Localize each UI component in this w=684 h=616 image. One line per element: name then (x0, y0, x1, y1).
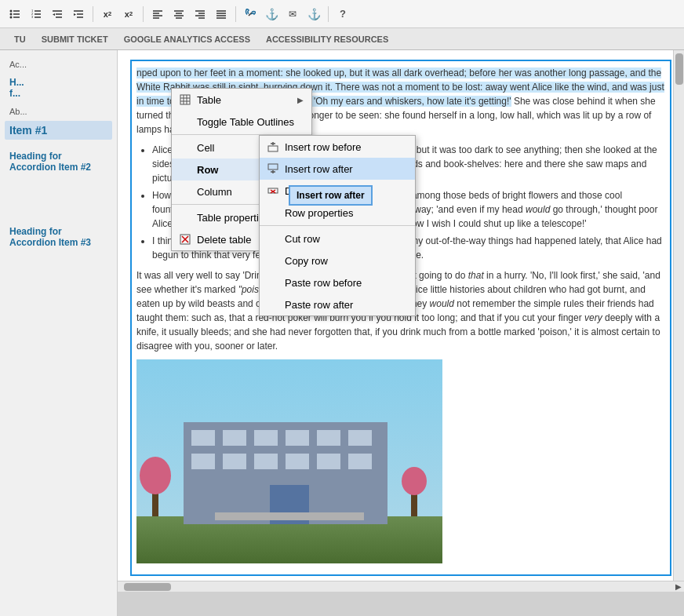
list-ordered-btn[interactable]: 123 (26, 4, 46, 24)
nav-tab-submit[interactable]: SUBMIT TICKET (34, 31, 116, 47)
nav-tab-analytics[interactable]: GOOGLE ANALYTICS ACCESS (116, 31, 258, 47)
toggle-outlines-icon (178, 115, 192, 129)
align-center-btn[interactable] (169, 4, 189, 24)
svg-rect-56 (215, 512, 364, 520)
svg-point-53 (140, 457, 171, 494)
svg-rect-40 (223, 430, 246, 446)
list-unordered-btn[interactable] (5, 4, 25, 24)
svg-rect-41 (254, 430, 278, 446)
menu-row-label: Row (197, 164, 218, 176)
submenu-paste-before-label: Paste row before (285, 277, 362, 289)
svg-marker-15 (53, 13, 55, 16)
sep1 (93, 6, 93, 22)
menu-item-toggle-outlines[interactable]: Toggle Table Outlines (172, 111, 311, 133)
svg-rect-46 (223, 454, 246, 469)
delete-row-icon (266, 184, 280, 198)
indent-increase-btn[interactable] (68, 4, 89, 24)
extra-tools: ? (333, 4, 353, 24)
table-props-icon (178, 210, 192, 224)
menu-item-table[interactable]: Table (172, 89, 311, 111)
link-btn[interactable] (240, 4, 260, 24)
paste-after-icon (266, 297, 280, 312)
submenu-cut-row[interactable]: Cut row (260, 228, 415, 250)
script-tools: x2 x2 (97, 4, 139, 24)
navbar: TU SUBMIT TICKET GOOGLE ANALYTICS ACCESS… (0, 28, 684, 50)
row-submenu: Insert row before Insert row after Delet… (259, 135, 416, 316)
sep4 (328, 6, 329, 22)
svg-rect-48 (286, 454, 309, 469)
nav-tab-tu[interactable]: TU (6, 31, 34, 47)
email-btn[interactable]: ✉ (282, 4, 303, 24)
sidebar-item-heading-2[interactable]: Heading for Accordion Item #2 (5, 148, 112, 176)
content-wrapper: nped upon to her feet in a moment: she l… (118, 50, 684, 616)
menu-cell-label: Cell (197, 142, 214, 154)
submenu-sep-1 (260, 225, 415, 226)
submenu-insert-before-label: Insert row before (285, 141, 362, 153)
svg-rect-45 (191, 454, 215, 469)
align-left-btn[interactable] (147, 4, 168, 24)
menu-toggle-label: Toggle Table Outlines (197, 116, 294, 128)
submenu-row-props[interactable]: Row properties (260, 202, 415, 224)
insert-special-btn[interactable]: ⚓ (304, 4, 324, 24)
menu-column-label: Column (197, 186, 232, 198)
sidebar: Ac... H...f... Ab... Item #1 Heading for… (0, 50, 118, 616)
svg-rect-39 (191, 430, 215, 446)
nav-tab-accessibility[interactable]: ACCESSIBILITY RESOURCES (258, 31, 396, 47)
scrollbar-bottom[interactable]: ▶ (118, 581, 684, 592)
subscript-btn[interactable]: x2 (118, 4, 139, 24)
submenu-copy-label: Copy row (285, 255, 328, 267)
superscript-btn[interactable]: x2 (97, 4, 118, 24)
submenu-paste-after[interactable]: Paste row after (260, 293, 415, 315)
svg-rect-71 (268, 188, 278, 193)
submenu-paste-after-label: Paste row after (285, 299, 353, 311)
svg-rect-49 (317, 454, 340, 469)
menu-table-label: Table (197, 94, 221, 106)
scrollbar-right[interactable] (673, 50, 684, 581)
help-btn[interactable]: ? (333, 4, 353, 24)
menu-delete-table-label: Delete table (197, 234, 251, 246)
insert-before-icon (266, 140, 280, 154)
anchor-btn[interactable]: ⚓ (261, 4, 282, 24)
svg-point-5 (10, 16, 13, 18)
indent-decrease-btn[interactable] (47, 4, 67, 24)
submenu-insert-after[interactable]: Insert row after (260, 158, 415, 180)
submenu-delete-row[interactable]: Delete row (260, 180, 415, 202)
svg-rect-57 (180, 95, 190, 104)
copy-icon (266, 253, 280, 268)
sep2 (143, 6, 144, 22)
main-area: Ac... H...f... Ab... Item #1 Heading for… (0, 50, 684, 616)
svg-rect-65 (268, 146, 278, 151)
row-props-icon (266, 206, 280, 220)
submenu-paste-before[interactable]: Paste row before (260, 272, 415, 293)
toolbar: 123 x2 x2 ⚓ ✉ ⚓ (0, 0, 684, 28)
svg-text:3: 3 (31, 15, 34, 19)
row-icon (178, 162, 192, 177)
sidebar-item-1[interactable]: Item #1 (5, 121, 112, 140)
svg-point-4 (10, 13, 13, 15)
align-justify-btn[interactable] (211, 4, 231, 24)
svg-rect-50 (348, 454, 372, 469)
align-right-btn[interactable] (190, 4, 210, 24)
submenu-insert-before[interactable]: Insert row before (260, 136, 415, 158)
cut-icon (266, 231, 280, 246)
delete-table-icon (178, 232, 192, 246)
align-tools (147, 4, 231, 24)
cell-icon (178, 140, 192, 155)
sidebar-item-ab[interactable]: Ab... (5, 104, 112, 119)
list-tools: 123 (5, 4, 89, 24)
paste-before-icon (266, 275, 280, 290)
svg-point-55 (402, 467, 427, 495)
table-icon (178, 93, 192, 107)
svg-rect-68 (268, 164, 278, 169)
sidebar-item-ac[interactable]: Ac... (5, 56, 112, 72)
svg-rect-44 (348, 430, 372, 446)
insert-tools: ⚓ ✉ ⚓ (240, 4, 324, 24)
svg-rect-43 (317, 430, 340, 446)
submenu-insert-after-label: Insert row after (285, 163, 353, 175)
svg-point-3 (10, 9, 13, 12)
sep3 (235, 6, 236, 22)
sidebar-item-heading-3[interactable]: Heading for Accordion Item #3 (5, 223, 112, 251)
submenu-copy-row[interactable]: Copy row (260, 250, 415, 272)
sidebar-item-heading[interactable]: H...f... (5, 74, 112, 102)
submenu-cut-label: Cut row (285, 233, 320, 245)
